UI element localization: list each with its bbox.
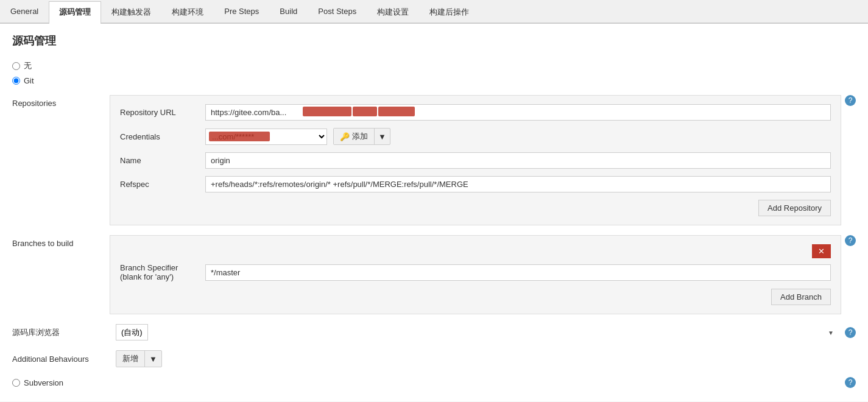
- radio-git-label: Git: [24, 76, 34, 85]
- source-browser-label: 源码库浏览器: [12, 327, 110, 338]
- tab-bar: General 源码管理 构建触发器 构建环境 Pre Steps Build …: [0, 0, 868, 24]
- scm-radio-group: 无 Git: [12, 60, 856, 85]
- branches-row: Branches to build ✕ Branch Specifier (bl…: [12, 235, 856, 314]
- repo-url-label: Repository URL: [120, 108, 199, 117]
- refspec-input[interactable]: [205, 176, 831, 192]
- source-browser-help-icon[interactable]: ?: [845, 327, 856, 338]
- branches-help-icon[interactable]: ?: [845, 235, 856, 246]
- repositories-body: Repository URL Credentials ...com/***: [110, 95, 841, 225]
- repositories-label: Repositories: [12, 95, 110, 108]
- name-label: Name: [120, 156, 199, 165]
- main-content: 源码管理 无 Git Repositories Repository URL: [0, 24, 868, 401]
- credentials-row: Credentials ...com/****** 🔑 添加 ▼: [120, 128, 831, 145]
- repo-url-row: Repository URL: [120, 104, 831, 121]
- add-credentials-button[interactable]: 🔑 添加 ▼: [333, 128, 390, 145]
- radio-none-item[interactable]: 无: [12, 60, 856, 71]
- add-behaviour-button[interactable]: 新增 ▼: [116, 350, 162, 367]
- page-title: 源码管理: [12, 34, 856, 48]
- additional-behaviours-row: Additional Behaviours 新增 ▼: [12, 350, 856, 367]
- name-row: Name: [120, 152, 831, 169]
- add-label: 添加: [352, 131, 368, 142]
- name-input[interactable]: [205, 152, 831, 169]
- radio-svn-label: Subversion: [24, 378, 63, 387]
- refspec-row: Refspec: [120, 176, 831, 192]
- key-icon: 🔑: [340, 132, 350, 141]
- branches-footer: Add Branch: [120, 289, 831, 305]
- repositories-help-icon[interactable]: ?: [845, 95, 856, 106]
- refspec-label: Refspec: [120, 180, 199, 189]
- branch-specifier-label: Branch Specifier (blank for 'any'): [120, 263, 199, 281]
- radio-git[interactable]: [12, 77, 20, 85]
- tab-poststeps[interactable]: Post Steps: [308, 1, 367, 23]
- credentials-label: Credentials: [120, 132, 199, 141]
- branches-body: ✕ Branch Specifier (blank for 'any') Add…: [110, 235, 841, 314]
- add-credentials-arrow[interactable]: ▼: [375, 130, 390, 144]
- repo-url-input[interactable]: [205, 104, 831, 121]
- add-behaviour-label: 新增: [122, 354, 138, 363]
- add-repository-button[interactable]: Add Repository: [758, 200, 831, 216]
- radio-svn[interactable]: [12, 379, 20, 387]
- tab-postactions[interactable]: 构建后操作: [419, 1, 479, 23]
- tab-triggers[interactable]: 构建触发器: [101, 1, 161, 23]
- add-credentials-main[interactable]: 🔑 添加: [334, 129, 375, 144]
- subversion-row: Subversion ?: [12, 377, 856, 388]
- tab-presteps[interactable]: Pre Steps: [214, 1, 269, 23]
- remove-branch-button[interactable]: ✕: [812, 244, 831, 258]
- branches-header: ✕: [120, 244, 831, 258]
- branches-label: Branches to build: [12, 235, 110, 248]
- tab-scm[interactable]: 源码管理: [49, 1, 101, 24]
- tab-general[interactable]: General: [0, 1, 49, 23]
- additional-label: Additional Behaviours: [12, 354, 110, 364]
- subversion-help-icon[interactable]: ?: [845, 377, 856, 388]
- repositories-row: Repositories Repository URL Credentials: [12, 95, 856, 225]
- tab-settings[interactable]: 构建设置: [367, 1, 419, 23]
- branch-specifier-input[interactable]: [205, 264, 831, 281]
- add-behaviour-arrow[interactable]: ▼: [145, 352, 161, 366]
- source-browser-row: 源码库浏览器 (自动) ?: [12, 324, 856, 340]
- add-behaviour-main[interactable]: 新增: [116, 351, 145, 367]
- tab-env[interactable]: 构建环境: [161, 1, 214, 23]
- tab-build[interactable]: Build: [269, 1, 308, 23]
- radio-none-label: 无: [24, 60, 32, 71]
- radio-svn-item[interactable]: Subversion: [12, 378, 63, 387]
- radio-none[interactable]: [12, 62, 20, 70]
- credentials-select[interactable]: ...com/******: [205, 129, 327, 145]
- source-browser-select[interactable]: (自动): [116, 324, 148, 340]
- add-branch-button[interactable]: Add Branch: [771, 289, 831, 305]
- repositories-footer: Add Repository: [120, 200, 831, 216]
- source-browser-wrapper: (自动): [116, 324, 839, 340]
- radio-git-item[interactable]: Git: [12, 76, 856, 85]
- branch-specifier-row: Branch Specifier (blank for 'any'): [120, 263, 831, 281]
